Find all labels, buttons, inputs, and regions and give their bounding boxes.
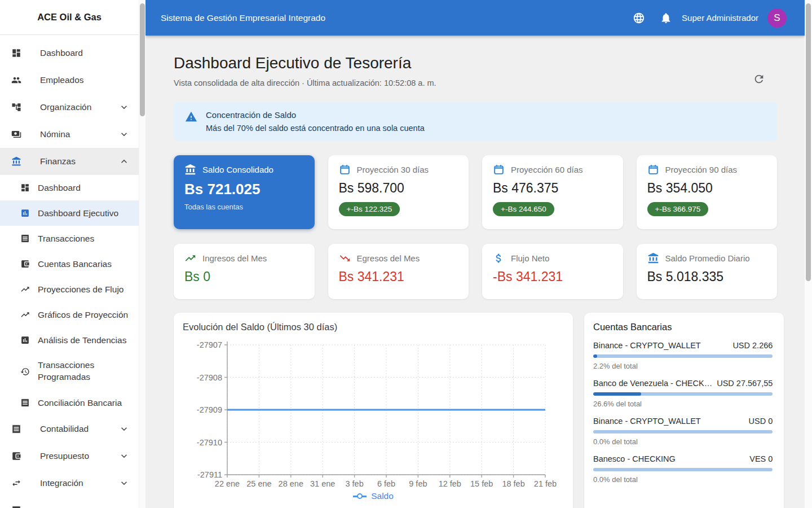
- svg-text:22 ene: 22 ene: [215, 479, 240, 488]
- sidebar-subitem-transacciones[interactable]: Transacciones: [0, 226, 139, 251]
- sidebar-item-partial[interactable]: [0, 497, 139, 508]
- refresh-icon[interactable]: [753, 73, 765, 85]
- trending-up-icon: [20, 310, 30, 319]
- sidebar-item-label: Organización: [40, 102, 91, 112]
- calendar-icon: [339, 164, 351, 176]
- sidebar-item-integracion[interactable]: Integración: [0, 470, 139, 497]
- bell-icon[interactable]: [660, 12, 672, 24]
- main-scrollbar[interactable]: [805, 0, 812, 508]
- bottom-row: Evolución del Saldo (Últimos 30 días) -2…: [174, 313, 777, 508]
- account-progress-fill: [593, 354, 597, 358]
- kpi-row-2: Ingresos del Mes Bs 0 Egresos del Mes Bs…: [174, 244, 777, 299]
- sidebar-item-nomina[interactable]: Nómina: [0, 121, 139, 148]
- sidebar-item-label: Análisis de Tendencias: [38, 335, 126, 345]
- calendar-icon: [493, 164, 505, 176]
- wallet-icon: [11, 451, 21, 461]
- svg-text:9 feb: 9 feb: [409, 479, 427, 488]
- system-title: Sistema de Gestión Empresarial Integrado: [161, 13, 325, 23]
- main-area: Sistema de Gestión Empresarial Integrado…: [145, 0, 805, 508]
- sidebar-item-organizacion[interactable]: Organización: [0, 94, 139, 121]
- sidebar-item-label: Conciliación Bancaria: [38, 398, 122, 408]
- kpi-proyeccion-60: Proyección 60 días Bs 476.375 +-Bs 244.6…: [482, 155, 623, 229]
- receipt-icon: [20, 234, 30, 243]
- kpi-value: Bs 354.050: [647, 181, 767, 196]
- svg-text:18 feb: 18 feb: [502, 479, 524, 488]
- chevron-down-icon: [118, 129, 130, 140]
- account-percent: 2.2% del total: [593, 362, 773, 370]
- chart-legend[interactable]: Saldo: [183, 491, 564, 501]
- kpi-label: Ingresos del Mes: [202, 253, 267, 263]
- dashboard-icon: [20, 183, 30, 192]
- alert-message: Más del 70% del saldo está concentrado e…: [206, 124, 425, 133]
- sidebar-item-empleados[interactable]: Empleados: [0, 67, 139, 94]
- svg-text:-27911: -27911: [197, 470, 222, 479]
- sidebar-item-label: Integración: [40, 478, 83, 488]
- chart-title: Evolución del Saldo (Últimos 30 días): [183, 322, 564, 332]
- globe-icon[interactable]: [633, 12, 645, 24]
- account-name: Binance - CRYPTO_WALLET: [593, 341, 701, 350]
- sidebar-subitem-cuentas-bancarias[interactable]: Cuentas Bancarias: [0, 251, 139, 277]
- sidebar-scrollbar[interactable]: [139, 0, 145, 508]
- avatar[interactable]: S: [767, 8, 787, 28]
- sidebar-item-presupuesto[interactable]: Presupuesto: [0, 443, 139, 470]
- kpi-badge: +-Bs 366.975: [647, 202, 709, 216]
- legend-line-marker-icon: [353, 496, 367, 497]
- svg-text:31 ene: 31 ene: [310, 479, 335, 488]
- kpi-label: Egresos del Mes: [357, 253, 420, 263]
- bank-icon: [11, 156, 21, 167]
- account-item: Banesco - CHECKING VES 0 0.0% del total: [593, 454, 773, 484]
- account-progress-bar: [593, 354, 773, 358]
- svg-text:-27908: -27908: [197, 373, 222, 382]
- bank-icon: [184, 164, 196, 176]
- account-progress-bar: [593, 468, 773, 471]
- sidebar-item-label: Contabilidad: [40, 424, 89, 434]
- kpi-saldo-consolidado: Saldo Consolidado Bs 721.025 Todas las c…: [174, 155, 315, 229]
- sidebar-subitem-transacciones-programadas[interactable]: Transacciones Programadas: [0, 353, 139, 390]
- account-balance: USD 0: [749, 417, 773, 426]
- kpi-caption: Todas las cuentas: [184, 203, 304, 211]
- top-app-bar: Sistema de Gestión Empresarial Integrado…: [145, 0, 805, 36]
- kpi-label: Proyección 30 días: [357, 165, 429, 174]
- svg-text:25 ene: 25 ene: [246, 479, 271, 488]
- kpi-value: Bs 5.018.335: [647, 269, 767, 284]
- sidebar-item-label: Transacciones Programadas: [38, 360, 94, 383]
- kpi-proyeccion-30: Proyección 30 días Bs 598.700 +-Bs 122.3…: [328, 155, 469, 229]
- sidebar-item-label: Dashboard Ejecutivo: [38, 208, 118, 218]
- svg-text:3 feb: 3 feb: [345, 479, 363, 488]
- account-item: Banco de Venezuela - CHECK… USD 27.567,5…: [593, 379, 773, 408]
- history-icon: [20, 367, 30, 376]
- kpi-ingresos-mes: Ingresos del Mes Bs 0: [174, 244, 315, 299]
- account-percent: 0.0% del total: [593, 475, 773, 484]
- sidebar-subitem-conciliacion-bancaria[interactable]: Conciliación Bancaria: [0, 390, 139, 415]
- sidebar-item-label: Nómina: [40, 129, 70, 139]
- bar-chart-icon: [20, 208, 30, 218]
- sidebar-scrollbar-thumb[interactable]: [140, 3, 145, 116]
- payments-icon: [11, 129, 21, 139]
- sidebar-item-label: Cuentas Bancarias: [38, 259, 112, 269]
- accounts-title: Cuentas Bancarias: [593, 322, 773, 332]
- kpi-badge: +-Bs 244.650: [493, 202, 554, 216]
- calendar-icon: [647, 164, 659, 176]
- sidebar-subitem-dashboard-ejecutivo[interactable]: Dashboard Ejecutivo: [0, 200, 139, 226]
- chevron-down-icon: [118, 423, 130, 435]
- sidebar-item-dashboard[interactable]: Dashboard: [0, 40, 139, 67]
- sidebar-subitem-proyecciones-flujo[interactable]: Proyecciones de Flujo: [0, 277, 139, 302]
- kpi-value: Bs 0: [184, 269, 304, 284]
- account-balance: USD 27.567,55: [717, 379, 773, 388]
- account-balance: VES 0: [749, 454, 773, 463]
- kpi-value: Bs 721.025: [184, 181, 304, 198]
- sidebar-item-finanzas[interactable]: Finanzas: [0, 148, 139, 175]
- main-scrollbar-thumb[interactable]: [806, 3, 811, 281]
- sidebar-item-label: Gráficos de Proyección: [38, 310, 128, 320]
- svg-text:6 feb: 6 feb: [377, 479, 395, 488]
- sidebar-subitem-analisis-tendencias[interactable]: Análisis de Tendencias: [0, 327, 139, 353]
- receipt-icon: [20, 398, 30, 408]
- sidebar-subitem-graficos-proyeccion[interactable]: Gráficos de Proyección: [0, 302, 139, 327]
- kpi-value: -Bs 341.231: [493, 269, 612, 284]
- kpi-row-1: Saldo Consolidado Bs 721.025 Todas las c…: [174, 155, 777, 229]
- sidebar-item-contabilidad[interactable]: Contabilidad: [0, 415, 139, 443]
- svg-text:15 feb: 15 feb: [470, 479, 493, 488]
- chevron-down-icon: [118, 478, 130, 489]
- people-icon: [11, 75, 21, 85]
- sidebar-subitem-dashboard[interactable]: Dashboard: [0, 175, 139, 200]
